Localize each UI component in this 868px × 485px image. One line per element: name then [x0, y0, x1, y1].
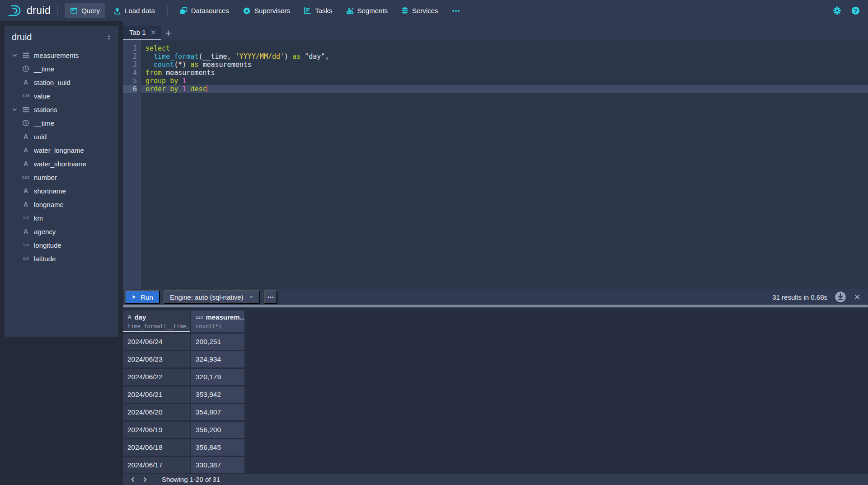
- close-tab-icon[interactable]: [150, 29, 156, 35]
- tree-label: uuid: [34, 133, 47, 141]
- string-type-icon: A: [127, 314, 131, 320]
- next-page-button[interactable]: [139, 474, 151, 485]
- cell-day[interactable]: 2024/06/23: [123, 351, 190, 367]
- tree-column-value[interactable]: 123value: [12, 89, 118, 103]
- run-button-label: Run: [141, 293, 153, 301]
- cell-measurements[interactable]: 356,845: [191, 439, 244, 456]
- tree-column-km[interactable]: 1.0km: [12, 211, 118, 225]
- settings-gear-icon[interactable]: [833, 6, 841, 15]
- cell-measurements[interactable]: 200,251: [191, 334, 244, 350]
- query-more-button[interactable]: [264, 290, 277, 304]
- code-line-2[interactable]: time_format(__time, 'YYYY/MM/dd') as "da…: [141, 52, 868, 61]
- scrollbar-thumb[interactable]: [123, 305, 868, 307]
- nav-item-supervisors[interactable]: Supervisors: [237, 3, 296, 18]
- pagination-label: Showing 1-20 of 31: [162, 476, 220, 483]
- nav-item-query[interactable]: Query: [65, 3, 105, 18]
- nav-item-segments[interactable]: Segments: [341, 3, 394, 18]
- cell-measurements[interactable]: 324,934: [191, 351, 244, 367]
- tree-column-water-longname[interactable]: Awater_longname: [12, 143, 118, 157]
- clock-icon: [22, 119, 29, 127]
- table-row: 2024/06/18356,845: [123, 439, 868, 456]
- results-info-text: 31 results in 0.68s: [772, 293, 827, 301]
- results-horizontal-scrollbar: [123, 305, 868, 308]
- code-line-5[interactable]: group by 1: [141, 77, 868, 85]
- number-type-icon: 123: [196, 315, 203, 320]
- stacked-chart-icon: [346, 7, 354, 14]
- cell-measurements[interactable]: 354,807: [191, 404, 244, 420]
- code-line-6[interactable]: order by 1 desc: [141, 85, 868, 93]
- druid-brand[interactable]: druid: [7, 4, 51, 18]
- column-header-day[interactable]: A day time_format(__time, …: [123, 311, 190, 332]
- code-line-4[interactable]: from measurements: [141, 69, 868, 77]
- line-number: 6: [123, 85, 137, 93]
- engine-select-button[interactable]: Engine: auto (sql-native): [164, 290, 260, 304]
- schema-selector[interactable]: druid: [12, 32, 118, 42]
- line-number: 4: [123, 69, 137, 77]
- cell-day[interactable]: 2024/06/18: [123, 439, 190, 456]
- tree-column-uuid[interactable]: Auuid: [12, 130, 118, 143]
- tree-table-stations[interactable]: stations: [12, 103, 118, 116]
- tree-column-longname[interactable]: Alongname: [12, 198, 118, 211]
- tree-label: number: [34, 174, 57, 181]
- tree-label: station_uuid: [34, 79, 70, 86]
- close-results-icon[interactable]: [854, 293, 861, 301]
- cell-day[interactable]: 2024/06/22: [123, 369, 190, 385]
- cell-day[interactable]: 2024/06/19: [123, 422, 190, 438]
- column-header-measurements[interactable]: 123 measurem… count(*): [191, 311, 244, 332]
- tree-label: km: [34, 214, 43, 222]
- tree-column-station-uuid[interactable]: Astation_uuid: [12, 75, 118, 89]
- table-row: 2024/06/21353,942: [123, 386, 868, 403]
- query-tab-label: Tab 1: [129, 28, 146, 36]
- cell-measurements[interactable]: 320,179: [191, 369, 244, 385]
- tree-table-measurements[interactable]: measurements: [12, 48, 118, 62]
- code-line-3[interactable]: count(*) as measurements: [141, 61, 868, 69]
- nav-item-label: Load data: [125, 7, 155, 14]
- cell-measurements[interactable]: 353,942: [191, 386, 244, 403]
- tree-column-latitude[interactable]: 1.0latitude: [12, 252, 118, 265]
- help-icon[interactable]: ?: [851, 6, 860, 15]
- line-number: 1: [123, 44, 137, 52]
- cell-day[interactable]: 2024/06/24: [123, 334, 190, 350]
- tree-column-longitude[interactable]: 1.0longitude: [12, 238, 118, 252]
- tree-label: longitude: [34, 241, 61, 249]
- more-icon: [452, 9, 460, 12]
- double-caret-vertical-icon: [106, 34, 112, 41]
- nav-item-services[interactable]: Services: [396, 3, 444, 18]
- new-tab-button[interactable]: [161, 26, 176, 40]
- tree-column--time[interactable]: __time: [12, 116, 118, 130]
- cell-measurements[interactable]: 356,200: [191, 422, 244, 438]
- cell-day[interactable]: 2024/06/17: [123, 457, 190, 473]
- download-results-icon[interactable]: [835, 291, 846, 303]
- eye-icon: [243, 7, 251, 15]
- schema-tree: measurements __timeAstation_uuid123value…: [12, 48, 118, 265]
- column-expression: time_format(__time, …: [127, 323, 190, 330]
- column-expression: count(*): [196, 323, 244, 330]
- tree-label: water_shortname: [34, 160, 86, 168]
- chevron-down-icon: [12, 52, 18, 58]
- cell-measurements[interactable]: 330,387: [191, 457, 244, 473]
- nav-item-more[interactable]: [446, 3, 465, 18]
- editor-code-area[interactable]: select time_format(__time, 'YYYY/MM/dd')…: [141, 40, 868, 289]
- line-number: 3: [123, 61, 137, 69]
- tree-column-water-shortname[interactable]: Awater_shortname: [12, 157, 118, 170]
- tree-column-agency[interactable]: Aagency: [12, 225, 118, 238]
- results-rows: 2024/06/24200,2512024/06/23324,9342024/0…: [123, 334, 868, 473]
- tree-column--time[interactable]: __time: [12, 62, 118, 75]
- sql-editor[interactable]: 123456 select time_format(__time, 'YYYY/…: [123, 40, 868, 289]
- nav-item-datasources[interactable]: Datasources: [174, 3, 235, 18]
- tree-label: longname: [34, 201, 64, 208]
- run-button[interactable]: Run: [125, 290, 160, 304]
- database-icon: [401, 7, 408, 14]
- cell-day[interactable]: 2024/06/20: [123, 404, 190, 420]
- tree-label: water_longname: [34, 146, 84, 154]
- nav-item-load-data[interactable]: Load data: [108, 3, 160, 18]
- nav-item-tasks[interactable]: Tasks: [298, 3, 338, 18]
- table-row: 2024/06/23324,934: [123, 351, 868, 367]
- tree-column-number[interactable]: 123number: [12, 170, 118, 184]
- cell-day[interactable]: 2024/06/21: [123, 386, 190, 403]
- code-line-1[interactable]: select: [141, 44, 868, 52]
- query-tab[interactable]: Tab 1: [123, 26, 161, 40]
- tree-column-shortname[interactable]: Ashortname: [12, 184, 118, 198]
- query-tab-bar: Tab 1: [123, 21, 868, 40]
- previous-page-button[interactable]: [127, 474, 139, 485]
